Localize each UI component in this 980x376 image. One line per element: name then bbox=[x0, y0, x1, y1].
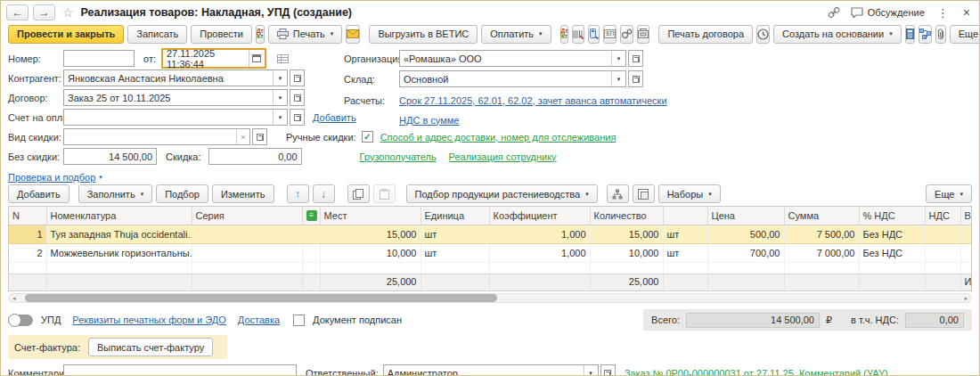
sets-menu-button[interactable]: Наборы▾ bbox=[658, 184, 721, 203]
order-comment-link[interactable]: Заказ № 0Р00-000000031 от 27.11.25, Комм… bbox=[625, 368, 888, 376]
more-button[interactable]: Еще▾ bbox=[950, 25, 980, 44]
edit-button[interactable]: Изменить bbox=[212, 184, 274, 203]
horizontal-scrollbar[interactable]: ◂ ▸ bbox=[8, 293, 972, 303]
open-organization-icon[interactable] bbox=[628, 50, 643, 67]
cell-places[interactable]: 15,000 bbox=[320, 225, 421, 243]
create-from-button[interactable]: Создать на основании▾ bbox=[773, 25, 902, 44]
attachments-button[interactable] bbox=[935, 25, 946, 44]
col-price[interactable]: Цена bbox=[707, 207, 784, 225]
contract-field[interactable]: Заказ 25 от 10.11.2025 ▾ bbox=[63, 89, 288, 106]
cell-nomenclature[interactable]: Можжевельник горизонтальны... bbox=[46, 243, 192, 262]
cell-clipped[interactable] bbox=[960, 243, 972, 262]
move-down-button[interactable]: ↓ bbox=[313, 184, 335, 203]
col-vat-pct[interactable]: % НДС bbox=[859, 207, 925, 225]
back-button[interactable]: ← bbox=[6, 4, 29, 20]
cash-register-button[interactable] bbox=[637, 25, 649, 44]
dtkt-report-button[interactable]: ДтКт bbox=[560, 25, 569, 44]
delivery-method-link[interactable]: Способ и адрес доставки, номер для отсле… bbox=[380, 132, 617, 143]
col-places[interactable]: Мест bbox=[320, 207, 421, 225]
cell-coeff[interactable]: 1,000 bbox=[489, 225, 590, 243]
cell-n[interactable]: 1 bbox=[9, 225, 46, 243]
organization-field[interactable]: «Ромашка» ООО ▾ bbox=[399, 50, 626, 67]
print-forms-requisites-link[interactable]: Реквизиты печатных форм и ЭДО bbox=[72, 315, 226, 325]
cell-quantity[interactable]: 15,000 bbox=[590, 225, 663, 243]
cell-places[interactable]: 10,000 bbox=[320, 243, 421, 262]
chevron-down-icon[interactable]: ▾ bbox=[611, 51, 625, 66]
cell-vat[interactable] bbox=[925, 225, 960, 243]
invoice-for-payment-field[interactable]: ▾ bbox=[63, 109, 288, 126]
discount-field[interactable]: 0,00 bbox=[208, 148, 302, 165]
responsible-field[interactable]: Администратор ▾ bbox=[383, 364, 599, 376]
discussion-button[interactable]: Обсуждение bbox=[851, 7, 925, 18]
cell-vat[interactable] bbox=[925, 243, 960, 262]
barcode-scanner-button[interactable] bbox=[572, 25, 584, 44]
employee-sale-link[interactable]: Реализация сотруднику bbox=[449, 151, 557, 162]
cell-series[interactable] bbox=[192, 243, 302, 262]
scrollbar-thumb[interactable] bbox=[25, 294, 497, 302]
col-nomenclature[interactable]: Номенклатура bbox=[46, 207, 192, 225]
date-field[interactable]: 27.11.2025 11:36:44 bbox=[161, 48, 266, 69]
check-and-pick-link[interactable]: Проверка и подбор bbox=[8, 172, 95, 183]
chevron-down-icon[interactable]: ▾ bbox=[611, 71, 625, 86]
chevron-down-icon[interactable]: ▾ bbox=[273, 70, 287, 86]
history-button[interactable] bbox=[756, 25, 770, 44]
cell-unit[interactable]: шт bbox=[421, 225, 489, 243]
col-vat[interactable]: НДС bbox=[925, 207, 960, 225]
delivery-link[interactable]: Доставка bbox=[238, 315, 280, 325]
consignee-link[interactable]: Грузополучатель bbox=[360, 151, 437, 162]
cell-price[interactable]: 700,00 bbox=[707, 243, 784, 262]
manual-discounts-checkbox[interactable]: ✓ bbox=[362, 131, 373, 143]
scrollbar-track[interactable] bbox=[18, 294, 963, 302]
hierarchy-button[interactable] bbox=[607, 184, 629, 203]
gears-button[interactable] bbox=[620, 25, 633, 44]
cell-series[interactable] bbox=[192, 225, 302, 243]
kebab-menu-icon[interactable]: ⋮ bbox=[935, 6, 951, 20]
close-icon[interactable]: × bbox=[961, 5, 972, 20]
cell-price[interactable]: 500,00 bbox=[707, 225, 784, 243]
issue-invoice-button[interactable]: Выписать счет-фактуру bbox=[88, 338, 213, 356]
number-input[interactable] bbox=[63, 50, 135, 67]
related-documents-button[interactable] bbox=[919, 25, 932, 44]
add-row-button[interactable]: Добавить bbox=[8, 184, 69, 203]
packages-button[interactable] bbox=[633, 184, 655, 203]
open-discount-kind-icon[interactable] bbox=[252, 128, 267, 145]
empty-row[interactable] bbox=[9, 262, 972, 274]
open-invoice-icon[interactable] bbox=[290, 109, 305, 126]
cell-sum[interactable]: 7 500,00 bbox=[784, 225, 859, 243]
print-contract-button[interactable]: Печать договора bbox=[658, 25, 753, 44]
cell-vat-pct[interactable]: Без НДС bbox=[859, 243, 925, 262]
col-clipped[interactable]: В bbox=[960, 207, 972, 225]
col-coeff[interactable]: Коэффициент bbox=[489, 207, 590, 225]
chevron-down-icon[interactable]: ▾ bbox=[584, 365, 598, 376]
warehouse-field[interactable]: Основной ▾ bbox=[399, 70, 626, 87]
forward-button[interactable]: → bbox=[33, 4, 55, 20]
counterparty-field[interactable]: Янковская Анастасия Николаевна ▾ bbox=[63, 69, 288, 86]
open-counterparty-icon[interactable] bbox=[290, 69, 305, 86]
cell-qty-unit[interactable]: шт bbox=[663, 225, 707, 243]
email-button[interactable] bbox=[346, 25, 360, 44]
chevron-down-icon[interactable]: ▾ bbox=[273, 90, 287, 105]
table-row[interactable]: 1 Туя западная Thuja occidentali... 15,0… bbox=[9, 225, 972, 243]
document-list-icon[interactable] bbox=[277, 54, 289, 63]
cell-coeff[interactable]: 1,000 bbox=[489, 243, 590, 262]
cell-clipped[interactable] bbox=[960, 225, 972, 243]
grid-more-button[interactable]: Еще▾ bbox=[926, 184, 972, 203]
col-qty-unit[interactable] bbox=[663, 207, 707, 225]
plant-products-pick-button[interactable]: Подбор продукции растениеводства▾ bbox=[406, 184, 598, 203]
terminal-button[interactable] bbox=[588, 25, 600, 44]
dtkt-button[interactable]: ДтКт bbox=[256, 25, 265, 44]
add-invoice-link[interactable]: Добавить bbox=[313, 112, 356, 123]
cell-grain[interactable] bbox=[302, 243, 320, 262]
table-row[interactable]: 2 Можжевельник горизонтальны... 10,000 ш… bbox=[9, 243, 972, 262]
col-series[interactable]: Серия bbox=[192, 207, 302, 225]
paste-button[interactable] bbox=[373, 184, 396, 203]
open-warehouse-icon[interactable] bbox=[628, 70, 643, 87]
pick-button[interactable]: Подбор bbox=[156, 184, 208, 203]
cell-sum[interactable]: 7 000,00 bbox=[784, 243, 859, 262]
no-discount-field[interactable]: 14 500,00 bbox=[63, 148, 157, 165]
scroll-left-icon[interactable]: ◂ bbox=[11, 295, 18, 302]
cell-quantity[interactable]: 10,000 bbox=[590, 243, 663, 262]
discount-kind-field[interactable]: × bbox=[63, 128, 250, 145]
get-link-icon[interactable] bbox=[828, 7, 840, 19]
write-button[interactable]: Записать bbox=[127, 25, 187, 44]
